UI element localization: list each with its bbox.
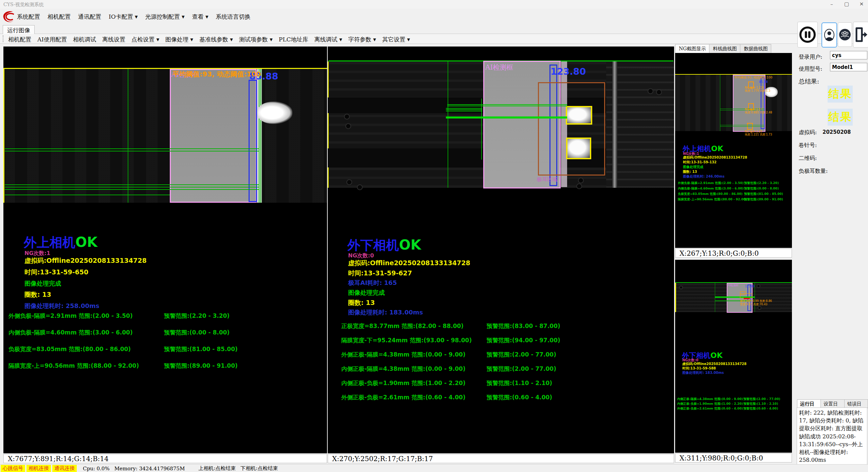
users-button[interactable] <box>838 22 852 47</box>
exit-button[interactable] <box>853 22 868 48</box>
user-icon <box>823 25 835 45</box>
guide-line <box>5 195 170 195</box>
process-done: 图像处理完成 <box>683 165 703 169</box>
measurement-list: 外侧负极-隔膜=2.91mm 范围:(2.00 - 3.50) 预警范围:(2.… <box>8 312 324 379</box>
menu-items: 系统配置相机配置通讯配置IO卡配置 ▾光源控制配置 ▾查看 ▾系统语言切换 <box>17 13 250 21</box>
model-label: 使用型号: <box>799 66 822 73</box>
toolbar-item[interactable]: 测试项参数 ▾ <box>239 36 273 43</box>
tab-ng-display[interactable]: NG截图显示 <box>675 44 709 53</box>
menu-item[interactable]: 系统语言切换 <box>216 13 250 21</box>
camera-bottom-pane[interactable]: AI检测框 123.80 极耳区域 外下相机OK NG次数:0 虚拟码:Offl… <box>328 47 674 453</box>
log-content[interactable]: 耗时: 222, 缺陷检测耗时: 17, 缺陷分类耗时: 0, 缺陷提取分区耗时… <box>797 407 867 469</box>
toolbar-grip[interactable] <box>3 35 5 42</box>
top-camera-status: 上相机:点检结束 <box>198 465 236 472</box>
result-badge: 结果 <box>828 109 853 126</box>
warning-range-text: 预警范围:(2.00 - 77.00) <box>487 351 556 359</box>
guide-line <box>446 108 482 109</box>
width-value: 123.80 <box>550 66 586 77</box>
guide-line <box>3 69 4 203</box>
menu-item[interactable]: 相机配置 <box>48 13 71 21</box>
toolbar-item[interactable]: 其它设置 ▾ <box>382 36 410 43</box>
measurement-row: 外侧正极-隔膜=4.38mm 范围:(0.00 - 9.00) 预警范围:(2.… <box>341 351 667 365</box>
toolbar-item[interactable]: 基准线参数 ▾ <box>199 36 233 43</box>
guide-line <box>720 75 720 131</box>
screw-hole <box>346 179 352 185</box>
guide-line <box>755 283 755 312</box>
menu-item[interactable]: 查看 ▾ <box>192 13 209 21</box>
result-badge: 结果 <box>828 86 853 103</box>
status-bar: 心跳信号相机连接通讯连接 Cpu: 0.0% Memory: 3424.4179… <box>0 464 868 472</box>
toolbar-item[interactable]: 点检设置 ▾ <box>131 36 159 43</box>
ai-box-label: AI检测框 <box>728 284 739 287</box>
maximize-button[interactable]: ▢ <box>844 1 850 7</box>
model-input[interactable] <box>830 63 867 71</box>
toolbar-item[interactable]: 图像处理 ▾ <box>165 36 193 43</box>
toolbar-item[interactable]: 离线调试 ▾ <box>314 36 342 43</box>
close-button[interactable]: ✕ <box>858 1 865 7</box>
toolbar-item[interactable]: 相机配置 <box>8 36 31 43</box>
toolbar-item[interactable]: 离线设置 <box>102 36 125 43</box>
tab-setting-log[interactable]: 设置日志 <box>820 399 844 408</box>
ng-count: NG次数:1 <box>24 250 50 257</box>
warning-range-text: 预警范围:(2.00 - 77.00) <box>743 397 780 401</box>
measurement-text: 外侧正极-负极=2.61mm 范围:(0.60 - 4.00) <box>677 406 743 411</box>
toolbar-item[interactable]: PLC地址库 <box>279 36 308 43</box>
warning-range-text: 预警范围:(1.10 - 2.10) <box>487 379 552 387</box>
exit-icon <box>854 24 868 45</box>
menu-item[interactable]: 系统配置 <box>17 13 40 21</box>
annotation-line: 极耳 概率:0.99 宽度:8.86 <box>740 299 772 303</box>
measurement-text: 内侧负极-隔膜=4.60mm 范围:(3.00 - 6.00) <box>8 329 133 337</box>
guide-line <box>5 184 259 185</box>
tab-detect-box <box>566 106 592 125</box>
warning-range-text: 预警范围:(0.00 - 8.00) <box>164 329 230 337</box>
defect-annotation: NG 概率:1.29 亮度:1.221 高度:1.73 <box>745 130 789 136</box>
tab-line-chart[interactable]: 料线曲线图 <box>709 44 740 53</box>
guide-line <box>447 104 567 105</box>
ng-preview-bottom[interactable]: AI检测框 123.80 极耳 概率:0.99 宽度:8.86 宽度:4.85 … <box>675 260 792 453</box>
camera-top-pane[interactable]: AI检测框 平均阈值:93, 动态阈值:100 85.88 外上相机OK NG次… <box>3 47 327 453</box>
menu-item[interactable]: 通讯配置 <box>78 13 101 21</box>
login-user-input[interactable] <box>830 51 867 59</box>
guide-line <box>446 111 482 111</box>
guide-line <box>720 125 765 125</box>
width-value: 123.80 <box>745 285 755 288</box>
ng-view-tabs: NG截图显示 料线曲线图 数据曲线图 <box>675 44 771 53</box>
guide-line <box>259 69 259 203</box>
measurement-text: 隔膜宽度-下=95.24mm 范围:(93.00 - 98.00) <box>341 337 472 344</box>
screw-hole <box>757 284 760 288</box>
toolbar-item[interactable]: 相机调试 <box>73 36 96 43</box>
toolbar-item[interactable]: 字符参数 ▾ <box>348 36 376 43</box>
screw-hole <box>679 286 683 289</box>
app-logo-icon <box>2 10 15 24</box>
guide-line <box>481 98 482 160</box>
measurement-text: 外侧负极-隔膜=2.91mm 范围:(2.00 - 3.50) <box>678 181 744 185</box>
tab-run-log[interactable]: 运行日志 <box>797 399 820 408</box>
tab-row: 运行图像 <box>0 24 868 34</box>
login-user-label: 登录用户: <box>799 54 822 61</box>
minimize-button[interactable]: – <box>829 1 835 7</box>
virtual-code-value: 20250208 <box>822 129 851 135</box>
warning-range-text: 预警范围:(81.00 - 85.00) <box>744 192 783 196</box>
tab-error-log[interactable]: 错误日志 <box>844 399 868 408</box>
user-button[interactable] <box>821 22 837 48</box>
menu-item[interactable]: IO卡配置 ▾ <box>109 13 138 21</box>
toolbar-items: 相机配置AI使用配置相机调试离线设置点检设置 ▾图像处理 ▾基准线参数 ▾测试项… <box>8 36 410 43</box>
pause-button[interactable] <box>797 22 818 48</box>
qr-code-label: 二维码: <box>799 155 817 162</box>
measurement-text: 隔膜宽度-上=90.56mm 范围:(88.00 - 92.00) <box>678 197 747 202</box>
measurement-text: 内侧正极-负极=1.90mm 范围:(1.00 - 2.20) <box>341 379 466 387</box>
threshold-text: 平均阈值:93, 动态阈值:100 <box>734 75 772 80</box>
menu-item[interactable]: 光源控制配置 ▾ <box>145 13 185 21</box>
toolbar-item[interactable]: AI使用配置 <box>37 36 67 43</box>
guide-line <box>675 283 676 312</box>
measurement-text: 正极宽度=83.77mm 范围:(82.00 - 88.00) <box>341 322 464 330</box>
tab-data-chart[interactable]: 数据曲线图 <box>740 44 771 53</box>
guide-line <box>720 126 765 127</box>
measurement-row: 隔膜宽度-下=95.24mm 范围:(93.00 - 98.00) 预警范围:(… <box>341 337 667 351</box>
process-done: 图像处理完成 <box>24 279 61 288</box>
guide-line <box>448 61 448 188</box>
measurement-text: 内侧正极-隔膜=4.38mm 范围:(0.00 - 9.00) <box>677 397 743 401</box>
status-indicator: 通讯连接 <box>52 465 77 472</box>
warning-range-text: 预警范围:(2.00 - 77.00) <box>487 365 556 373</box>
ng-preview-top[interactable]: 平均阈值:93, 动态阈值:100 85.88 NG 概率:1.228 亮度:1… <box>675 53 792 248</box>
